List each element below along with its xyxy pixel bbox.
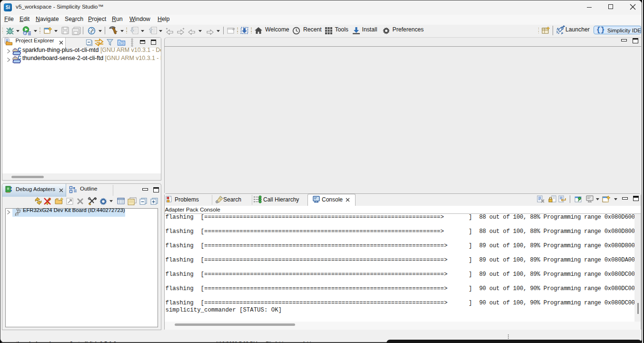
svg-text:C: C xyxy=(18,48,21,52)
svg-text:Si: Si xyxy=(120,41,123,45)
svg-text:C: C xyxy=(18,56,21,61)
